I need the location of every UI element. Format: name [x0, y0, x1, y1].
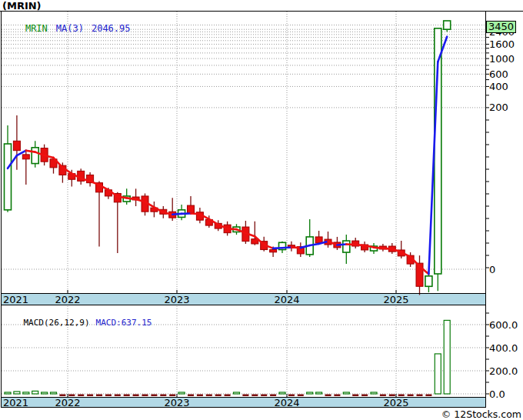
macd-bar-negative — [417, 395, 423, 397]
macd-axis-label: 0.0 — [489, 388, 505, 400]
ma-line-segment-down — [228, 228, 237, 229]
chart-title: (MRIN) — [2, 0, 42, 11]
ma-line-segment-up — [172, 214, 182, 215]
candle-body-down — [13, 141, 20, 150]
ma-value: 2046.95 — [92, 23, 131, 34]
macd-bar-negative — [96, 395, 102, 397]
macd-bar-negative — [215, 395, 222, 397]
macd-bar-negative — [124, 395, 130, 397]
macd-bar-negative — [334, 395, 340, 397]
ma-line-segment-down — [127, 198, 136, 199]
year-label-macd: 2021 — [3, 397, 28, 408]
candles-layer — [5, 21, 451, 295]
price-axis-label: 400 — [489, 81, 508, 92]
macd-bar-negative — [242, 395, 248, 397]
macd-bar-positive — [371, 392, 377, 394]
macd-bar-negative — [261, 395, 267, 397]
macd-bar-positive — [316, 392, 322, 394]
axis-ticks-layer — [68, 25, 489, 397]
candle-body-up — [343, 241, 350, 252]
ma-line-segment-down — [346, 244, 355, 245]
candle-body-down — [270, 250, 277, 252]
macd-bar-positive — [234, 392, 240, 394]
macd-bar-negative — [151, 395, 157, 397]
macd-bar-negative — [425, 395, 431, 397]
macd-bar-positive — [435, 354, 441, 394]
macd-bar-positive — [42, 392, 48, 394]
macd-bar-positive — [279, 392, 285, 394]
price-axis-label: 600 — [489, 68, 508, 80]
macd-bar-negative — [352, 395, 358, 397]
ma-line-segment-down — [383, 248, 392, 249]
macd-axis-label: 600.0 — [489, 319, 518, 331]
candle-body-up — [5, 144, 12, 210]
macd-bar-positive — [343, 392, 349, 394]
macd-bar-negative — [252, 395, 258, 397]
ma-line-layer — [8, 37, 447, 275]
candle-body-down — [22, 155, 29, 159]
macd-value-label: MACD:637.15 — [96, 318, 152, 328]
macd-bar-negative — [133, 395, 139, 397]
ma-line-segment-up — [273, 248, 282, 248]
main-chart-legend: MRINMA(3)2046.95 — [3, 12, 131, 22]
macd-bar-positive — [14, 392, 20, 394]
macd-bar-negative — [206, 395, 212, 397]
macd-bar-negative — [142, 395, 148, 397]
year-label-macd: 2024 — [274, 397, 299, 408]
ma-line-segment-up — [337, 244, 346, 245]
macd-bar-negative — [87, 395, 93, 397]
ma-line-segment-down — [118, 197, 127, 198]
macd-bar-negative — [197, 395, 203, 397]
macd-bar-negative — [115, 395, 121, 397]
ma-label: MA(3) — [56, 23, 84, 34]
ma-line-segment-up — [282, 248, 291, 248]
macd-bar-positive — [23, 392, 29, 394]
macd-bar-negative — [325, 395, 331, 397]
macd-bar-positive — [444, 320, 450, 394]
macd-bar-positive — [178, 392, 185, 394]
price-axis-label: 0 — [489, 264, 495, 275]
macd-bars-layer — [5, 320, 450, 396]
year-label-macd: 2025 — [383, 397, 408, 408]
chart-canvas: 2400160010006004002000600.0400.0200.00.0… — [0, 0, 523, 420]
macd-bar-positive — [307, 392, 313, 394]
price-axis-label: 200 — [489, 102, 508, 113]
macd-params-label: MACD(26,12,9) — [24, 318, 90, 328]
ma-line-segment-down — [291, 248, 301, 248]
grid-layer — [2, 12, 485, 397]
macd-bar-positive — [32, 391, 38, 394]
year-label-main: 2023 — [164, 294, 189, 305]
year-label-macd: 2023 — [164, 397, 189, 408]
ma-line-segment-down — [355, 245, 365, 245]
symbol-label: MRIN — [25, 23, 48, 34]
year-label-macd: 2022 — [55, 397, 80, 408]
candle-body-up — [425, 276, 432, 286]
year-label-main: 2021 — [3, 294, 28, 305]
last-price-badge: 3450 — [486, 21, 516, 33]
macd-bar-negative — [105, 395, 112, 397]
watermark-credit: © 12Stocks.com — [368, 408, 521, 420]
macd-axis-label: 200.0 — [489, 365, 518, 377]
candle-body-down — [188, 205, 195, 213]
ma-line-segment-down — [191, 213, 200, 214]
macd-bar-positive — [51, 392, 57, 394]
ma-line-segment-down — [374, 248, 383, 248]
stock-chart-window: 2400160010006004002000600.0400.0200.00.0… — [0, 0, 523, 420]
price-axis-label: 1000 — [489, 53, 515, 65]
macd-bar-positive — [5, 392, 11, 394]
macd-axis-label: 400.0 — [489, 342, 518, 354]
macd-bar-negative — [361, 395, 368, 397]
candle-body-up — [444, 21, 451, 29]
year-label-main: 2025 — [383, 294, 408, 305]
year-label-main: 2024 — [274, 294, 299, 305]
candle-body-up — [32, 148, 38, 164]
price-axis-label: 1600 — [489, 38, 515, 50]
year-label-main: 2022 — [55, 294, 80, 305]
macd-legend: MACD(26,12,9)MACD:637.15 — [3, 308, 152, 317]
macd-bar-negative — [225, 395, 231, 397]
